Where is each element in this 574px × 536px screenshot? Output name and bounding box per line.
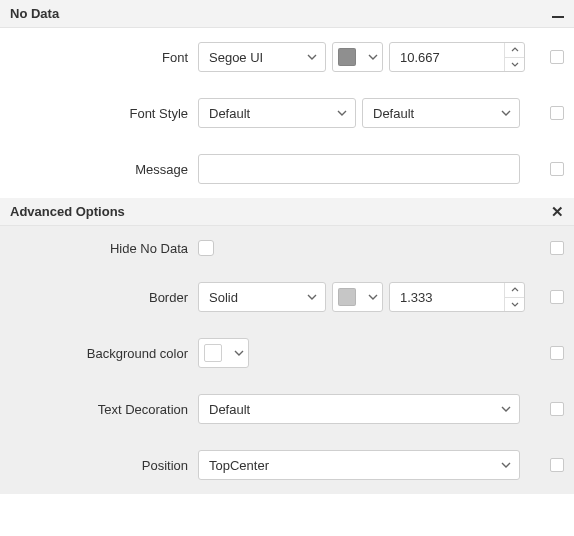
section-title: No Data: [10, 6, 59, 21]
chevron-down-icon: [501, 462, 511, 468]
controls-position: TopCenter: [198, 450, 564, 480]
font-weight-select[interactable]: Default: [362, 98, 520, 128]
border-width-spinner[interactable]: 1.333: [389, 282, 525, 312]
row-font: Font Segoe UI 10.667: [10, 42, 564, 72]
chevron-down-icon: [307, 54, 317, 60]
minus-icon: [552, 16, 564, 18]
controls-deco: Default: [198, 394, 564, 424]
row-message: Message: [10, 154, 564, 184]
font-family-select[interactable]: Segoe UI: [198, 42, 326, 72]
row-text-decoration: Text Decoration Default: [10, 394, 564, 424]
section-body-no-data: Font Segoe UI 10.667 Font Style: [0, 28, 574, 198]
label-message: Message: [10, 162, 198, 177]
override-checkbox[interactable]: [550, 290, 564, 304]
row-position: Position TopCenter: [10, 450, 564, 480]
color-swatch: [338, 288, 356, 306]
row-font-style: Font Style Default Default: [10, 98, 564, 128]
label-font: Font: [10, 50, 198, 65]
label-position: Position: [10, 458, 198, 473]
section-header-advanced: Advanced Options ✕: [0, 198, 574, 226]
chevron-down-icon: [368, 54, 378, 60]
color-swatch: [204, 344, 222, 362]
controls-font: Segoe UI 10.667: [198, 42, 564, 72]
label-hide: Hide No Data: [10, 241, 198, 256]
section-body-advanced: Hide No Data Border Solid 1.333: [0, 226, 574, 494]
spinner-down[interactable]: [505, 298, 524, 312]
text-decoration-select[interactable]: Default: [198, 394, 520, 424]
font-style-select[interactable]: Default: [198, 98, 356, 128]
row-border: Border Solid 1.333: [10, 282, 564, 312]
chevron-down-icon: [337, 110, 347, 116]
controls-font-style: Default Default: [198, 98, 564, 128]
label-font-style: Font Style: [10, 106, 198, 121]
message-input[interactable]: [207, 155, 511, 183]
label-deco: Text Decoration: [10, 402, 198, 417]
chevron-down-icon: [307, 294, 317, 300]
close-button[interactable]: ✕: [551, 204, 564, 219]
chevron-down-icon: [368, 294, 378, 300]
section-header-no-data: No Data: [0, 0, 574, 28]
border-style-select[interactable]: Solid: [198, 282, 326, 312]
font-color-picker[interactable]: [332, 42, 383, 72]
color-swatch: [338, 48, 356, 66]
font-size-spinner[interactable]: 10.667: [389, 42, 525, 72]
border-color-picker[interactable]: [332, 282, 383, 312]
spinner-up[interactable]: [505, 43, 524, 58]
controls-bgcolor: [198, 338, 564, 368]
chevron-down-icon: [501, 110, 511, 116]
message-input-wrap: [198, 154, 520, 184]
hide-no-data-checkbox[interactable]: [198, 240, 214, 256]
row-hide-no-data: Hide No Data: [10, 240, 564, 256]
controls-hide: [198, 240, 564, 256]
override-checkbox[interactable]: [550, 106, 564, 120]
label-bgcolor: Background color: [10, 346, 198, 361]
section-title: Advanced Options: [10, 204, 125, 219]
collapse-button[interactable]: [552, 6, 564, 21]
chevron-down-icon: [501, 406, 511, 412]
controls-border: Solid 1.333: [198, 282, 564, 312]
override-checkbox[interactable]: [550, 162, 564, 176]
override-checkbox[interactable]: [550, 50, 564, 64]
override-checkbox[interactable]: [550, 458, 564, 472]
override-checkbox[interactable]: [550, 346, 564, 360]
background-color-picker[interactable]: [198, 338, 249, 368]
spinner-down[interactable]: [505, 58, 524, 72]
override-checkbox[interactable]: [550, 241, 564, 255]
chevron-down-icon: [234, 350, 244, 356]
row-bgcolor: Background color: [10, 338, 564, 368]
controls-message: [198, 154, 564, 184]
override-checkbox[interactable]: [550, 402, 564, 416]
label-border: Border: [10, 290, 198, 305]
position-select[interactable]: TopCenter: [198, 450, 520, 480]
spinner-up[interactable]: [505, 283, 524, 298]
